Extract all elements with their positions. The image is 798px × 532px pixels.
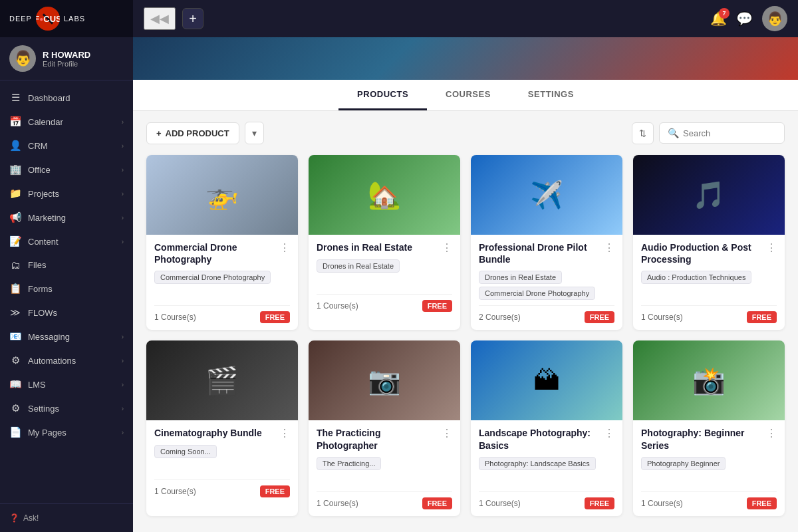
sidebar-item-content[interactable]: 📝 Content ›: [0, 229, 133, 253]
ask-label: Ask!: [23, 513, 39, 523]
card-footer: 1 Course(s) FREE: [154, 305, 290, 323]
chevron-right-icon: ›: [122, 238, 124, 245]
add-product-label: ADD PRODUCT: [166, 128, 229, 138]
product-tags: Photography: Landscape Basics: [479, 457, 614, 486]
chevron-right-icon: ›: [122, 190, 124, 198]
edit-profile-link[interactable]: Edit Profile: [43, 60, 90, 68]
sidebar-item-label: Content: [28, 237, 59, 247]
product-tag: Drones in Real Estate: [479, 271, 562, 284]
sidebar-item-files[interactable]: 🗂 Files: [0, 253, 133, 277]
sidebar-item-crm[interactable]: 👤 CRM ›: [0, 134, 133, 158]
product-menu-button[interactable]: ⋮: [766, 427, 777, 440]
product-image: 🏡: [309, 155, 460, 235]
sidebar-item-label: Office: [28, 165, 51, 175]
tabs-bar: PRODUCTS COURSES SETTINGS: [133, 80, 798, 111]
chevron-right-icon: ›: [122, 381, 124, 388]
tab-settings[interactable]: SETTINGS: [509, 80, 593, 110]
ask-button[interactable]: ❓ Ask!: [9, 509, 124, 527]
sidebar-item-projects[interactable]: 📁 Projects ›: [0, 182, 133, 205]
card-header: Professional Drone Pilot Bundle ⋮: [479, 241, 614, 265]
card-body: The Practicing Photographer ⋮ The Practi…: [309, 420, 460, 515]
automations-icon: ⚙: [9, 354, 21, 366]
product-menu-button[interactable]: ⋮: [279, 427, 290, 440]
card-footer: 1 Course(s) FREE: [154, 479, 290, 497]
product-tags: Photography Beginner: [641, 457, 777, 486]
chevron-right-icon: ›: [122, 405, 124, 412]
filter-button[interactable]: ▾: [245, 122, 264, 144]
sidebar-item-messaging[interactable]: 📧 Messaging ›: [0, 325, 133, 348]
tab-courses[interactable]: COURSES: [427, 80, 509, 110]
search-input[interactable]: [683, 128, 776, 138]
dashboard-icon: ☰: [9, 92, 21, 104]
sidebar-item-label: Marketing: [28, 213, 66, 223]
sidebar-item-mypages[interactable]: 📄 My Pages ›: [0, 420, 133, 444]
course-count: 2 Course(s): [479, 313, 521, 322]
message-icon: 💬: [736, 11, 753, 26]
sidebar-item-label: Messaging: [28, 332, 70, 342]
chevron-right-icon: ›: [122, 214, 124, 221]
sidebar-item-automations[interactable]: ⚙ Automations ›: [0, 348, 133, 372]
profile-name: R HOWARD: [43, 50, 90, 60]
card-header: Commercial Drone Photography ⋮: [154, 241, 290, 265]
card-header: Landscape Photography: Basics ⋮: [479, 427, 614, 451]
sidebar-item-flows[interactable]: ≫ FLOWs: [0, 301, 133, 325]
product-tags: Coming Soon...: [154, 445, 290, 474]
product-menu-button[interactable]: ⋮: [604, 241, 614, 254]
sidebar-item-label: My Pages: [28, 428, 66, 438]
tab-products[interactable]: PRODUCTS: [338, 80, 427, 110]
product-tags: Commercial Drone Photography: [154, 271, 290, 300]
messages-button[interactable]: 💬: [736, 11, 753, 27]
sidebar-item-marketing[interactable]: 📢 Marketing ›: [0, 205, 133, 229]
product-menu-button[interactable]: ⋮: [279, 241, 290, 254]
card-header: Photography: Beginner Series ⋮: [641, 427, 777, 451]
content-icon: 📝: [9, 235, 21, 247]
product-card: 🏡 Drones in Real Estate ⋮ Drones in Real…: [309, 155, 460, 330]
sidebar-item-label: Automations: [28, 356, 76, 366]
free-badge: FREE: [260, 311, 290, 323]
product-menu-button[interactable]: ⋮: [604, 427, 614, 440]
toolbar-right: ⇅ 🔍: [632, 122, 785, 144]
sidebar-item-settings[interactable]: ⚙ Settings ›: [0, 396, 133, 420]
sidebar-item-office[interactable]: 🏢 Office ›: [0, 158, 133, 182]
product-image: 🎵: [633, 155, 785, 235]
product-tag: Audio : Production Techniques: [641, 271, 751, 284]
flows-icon: ≫: [9, 307, 21, 319]
card-body: Drones in Real Estate ⋮ Drones in Real E…: [309, 235, 460, 319]
sidebar-item-dashboard[interactable]: ☰ Dashboard: [0, 86, 133, 110]
sidebar-item-label: CRM: [28, 141, 48, 151]
plus-icon: +: [156, 128, 162, 138]
course-count: 1 Course(s): [479, 499, 521, 508]
product-title: Photography: Beginner Series: [641, 427, 766, 451]
product-tag: Commercial Drone Photography: [154, 271, 271, 284]
product-tags: Audio : Production Techniques: [641, 271, 777, 300]
product-menu-button[interactable]: ⋮: [766, 241, 777, 254]
add-product-button[interactable]: + ADD PRODUCT: [146, 122, 239, 144]
card-footer: 2 Course(s) FREE: [479, 305, 614, 323]
product-tag: Coming Soon...: [154, 445, 217, 458]
sidebar-item-lms[interactable]: 📖 LMS ›: [0, 372, 133, 396]
sidebar-item-calendar[interactable]: 📅 Calendar ›: [0, 110, 133, 134]
product-card: 🎬 Cinematography Bundle ⋮ Coming Soon...…: [146, 340, 298, 515]
search-box: 🔍: [659, 122, 785, 144]
notifications-button[interactable]: 🔔 7: [710, 11, 727, 27]
user-avatar-button[interactable]: 👨: [762, 6, 787, 31]
sort-button[interactable]: ⇅: [632, 122, 654, 144]
add-button[interactable]: +: [182, 8, 203, 29]
collapse-sidebar-button[interactable]: ◀◀: [144, 7, 176, 30]
product-image: ✈️: [471, 155, 622, 235]
free-badge: FREE: [585, 497, 614, 509]
sidebar-item-forms[interactable]: 📋 Forms: [0, 277, 133, 301]
chevron-right-icon: ›: [122, 429, 124, 436]
chevron-right-icon: ›: [122, 357, 124, 364]
sidebar-item-label: Projects: [28, 189, 59, 199]
product-tags: Drones in Real Estate: [317, 259, 452, 289]
free-badge: FREE: [422, 497, 452, 509]
course-count: 1 Course(s): [641, 499, 683, 508]
product-menu-button[interactable]: ⋮: [442, 427, 452, 440]
product-card: 📸 Photography: Beginner Series ⋮ Photogr…: [633, 340, 785, 515]
card-body: Landscape Photography: Basics ⋮ Photogra…: [471, 420, 622, 515]
profile-info: R HOWARD Edit Profile: [43, 50, 90, 68]
product-tags: The Practicing...: [317, 457, 452, 486]
product-menu-button[interactable]: ⋮: [442, 241, 452, 254]
topbar-left: ◀◀ +: [144, 7, 203, 30]
